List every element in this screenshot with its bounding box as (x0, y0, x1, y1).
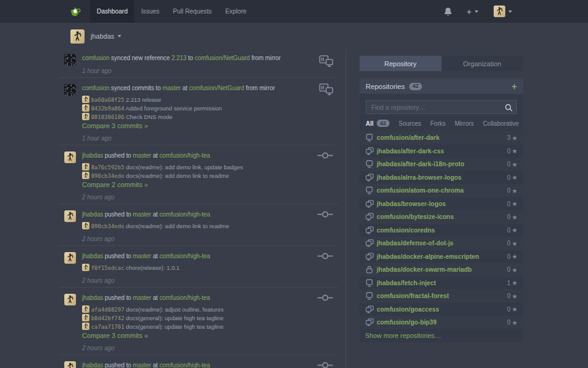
repo-link[interactable]: jhabdas/fetch-inject (377, 280, 436, 286)
filter-all[interactable]: All42 (366, 120, 390, 127)
commit-sha-link[interactable]: b8d42bf742 (91, 315, 124, 321)
sidebar-tabs: Repository Organization (360, 56, 523, 71)
repositories-title: Repositories (366, 83, 405, 90)
show-more-repositories[interactable]: Show more repositories… (360, 329, 523, 343)
actor-avatar[interactable] (64, 252, 76, 264)
tab-organization[interactable]: Organization (442, 56, 524, 71)
repo-list-item[interactable]: comfusion/goaccess0★ (360, 303, 523, 316)
commit-sha-link[interactable]: 0810386186 (91, 114, 124, 120)
show-more-link[interactable]: Show more repositories… (365, 332, 441, 339)
compare-commits-link[interactable]: Compare 2 commits » (82, 181, 338, 189)
commit-sha-link[interactable]: 0432b9a864 (91, 105, 124, 112)
commit-sha-link[interactable]: 090cb34ede (91, 223, 124, 229)
filter-collaborative[interactable]: Collaborative (483, 120, 519, 127)
gitea-logo[interactable] (61, 0, 90, 23)
feed-timestamp: 2 hours ago (82, 236, 338, 243)
repo-list-item[interactable]: jhabdas/docker-alpine-emscripten0★ (360, 250, 523, 264)
user-menu-button[interactable] (494, 6, 512, 17)
feed-link[interactable]: master (133, 253, 151, 259)
tab-repository[interactable]: Repository (360, 56, 442, 71)
repo-link[interactable]: jhabdas/after-dark-css (377, 148, 444, 155)
repo-link[interactable]: jhabdas/docker-alpine-emscripten (377, 253, 479, 260)
nav-item-dashboard[interactable]: Dashboard (90, 0, 134, 23)
repo-list-item[interactable]: jhabdas/defense-of-dot-js0★ (360, 237, 523, 250)
repo-star-count: 1★ (507, 279, 518, 286)
repo-link[interactable]: comfusion/bytesize-icons (377, 213, 454, 220)
repo-link[interactable]: jhabdas/defense-of-dot-js (377, 240, 453, 247)
feed-link[interactable]: 2.213 (172, 55, 187, 61)
compare-commits-link[interactable]: Compare 3 commits » (82, 332, 338, 340)
repositories-header: Repositories 42 + (360, 79, 523, 94)
repo-list-item[interactable]: jhabdas/docker-swarm-mariadb0★ (360, 263, 523, 277)
feed-link[interactable]: jhabdas (82, 362, 103, 368)
repo-link[interactable]: jhabdas/browser-logos (377, 201, 446, 207)
repo-list-item[interactable]: jhabdas/alrra-browser-logos0★ (360, 171, 523, 185)
repo-list-item[interactable]: jhabdas/after-dark-i18n-proto0★ (360, 158, 523, 171)
commit-sha-link[interactable]: f0f15edcac (91, 265, 124, 271)
repo-link[interactable]: comfusion/go-bip39 (377, 319, 437, 326)
repo-link[interactable]: comfusion/atom-one-chroma (377, 187, 464, 194)
repo-link[interactable]: jhabdas/alrra-browser-logos (377, 174, 461, 181)
feed-link[interactable]: comfusion/NetGuard (195, 55, 250, 61)
repo-link[interactable]: comfusion/coredns (377, 227, 435, 234)
feed-link[interactable]: comfusion/high-tea (159, 152, 210, 159)
feed-link[interactable]: jhabdas (82, 152, 103, 159)
feed-link[interactable]: jhabdas (82, 211, 103, 218)
nav-item-pull-requests[interactable]: Pull Requests (166, 0, 219, 23)
repo-list-item[interactable]: jhabdas/browser-logos0★ (360, 197, 523, 211)
feed-link[interactable]: comfusion/high-tea (159, 362, 210, 368)
repo-list-item[interactable]: comfusion/after-dark3★ (360, 131, 523, 145)
feed-link[interactable]: comfusion/high-tea (159, 211, 210, 218)
repo-link[interactable]: jhabdas/after-dark-i18n-proto (377, 161, 464, 167)
repo-list-item[interactable]: comfusion/coredns0★ (360, 224, 523, 237)
notifications-button[interactable] (444, 7, 452, 16)
commit-sha-link[interactable]: ca7aa71781 (91, 324, 124, 330)
feed-link[interactable]: master (133, 362, 151, 368)
create-new-button[interactable]: + (467, 7, 478, 17)
feed-link[interactable]: comfusion (82, 85, 110, 91)
filter-mirrors[interactable]: Mirrors (454, 120, 473, 127)
feed-link[interactable]: master (162, 85, 181, 91)
actor-avatar[interactable] (64, 294, 76, 305)
repo-link[interactable]: comfusion/after-dark (377, 134, 439, 141)
feed-link[interactable]: comfusion/high-tea (159, 253, 210, 259)
feed-link[interactable]: master (133, 294, 151, 301)
actor-avatar[interactable] (64, 54, 76, 66)
repo-list-item[interactable]: comfusion/bytesize-icons0★ (360, 210, 523, 224)
add-repository-button[interactable]: + (511, 82, 517, 91)
feed-link[interactable]: master (133, 152, 151, 159)
feed-link[interactable]: comfusion (82, 55, 110, 61)
feed-link[interactable]: comfusion/high-tea (159, 294, 210, 301)
actor-avatar[interactable] (64, 151, 76, 163)
dashboard-content: comfusion synced new reference 2.213 to … (59, 50, 588, 368)
repo-link[interactable]: comfusion/goaccess (377, 306, 439, 313)
repo-link[interactable]: comfusion/fractal-forest (377, 293, 449, 299)
actor-avatar[interactable] (64, 210, 76, 222)
repo-list-item[interactable]: comfusion/go-bip390★ (360, 316, 523, 329)
commit-sha-link[interactable]: 8a76c592b5 (91, 164, 124, 171)
filter-sources[interactable]: Sources (399, 120, 421, 127)
repository-search-input[interactable] (366, 100, 517, 114)
filter-forks[interactable]: Forks (430, 120, 445, 127)
commit-sha-link[interactable]: 090cb34ede (91, 173, 124, 179)
chevron-down-icon[interactable] (118, 35, 121, 37)
feed-link[interactable]: jhabdas (82, 253, 103, 259)
star-icon: ★ (512, 200, 518, 207)
repo-list-item[interactable]: jhabdas/fetch-inject1★ (360, 277, 523, 290)
repo-link[interactable]: jhabdas/docker-swarm-mariadb (377, 266, 472, 273)
actor-avatar[interactable] (64, 361, 76, 368)
commit-sha-link[interactable]: ba60a68f25 (91, 97, 124, 103)
nav-item-issues[interactable]: Issues (134, 0, 166, 23)
feed-link[interactable]: comfusion/NetGuard (189, 85, 244, 91)
commit-sha-link[interactable]: afa4d08297 (91, 307, 124, 313)
actor-avatar[interactable] (64, 84, 76, 96)
repo-star-count: 0★ (507, 226, 518, 234)
repo-list-item[interactable]: comfusion/fractal-forest0★ (360, 289, 523, 303)
repo-list-item[interactable]: comfusion/atom-one-chroma0★ (360, 184, 523, 197)
feed-link[interactable]: master (133, 211, 151, 218)
feed-link[interactable]: jhabdas (82, 294, 103, 301)
repo-list-item[interactable]: jhabdas/after-dark-css0★ (360, 145, 523, 158)
compare-commits-link[interactable]: Compare 3 commits » (82, 122, 338, 130)
context-username[interactable]: jhabdas (91, 33, 115, 40)
nav-item-explore[interactable]: Explore (219, 0, 254, 23)
